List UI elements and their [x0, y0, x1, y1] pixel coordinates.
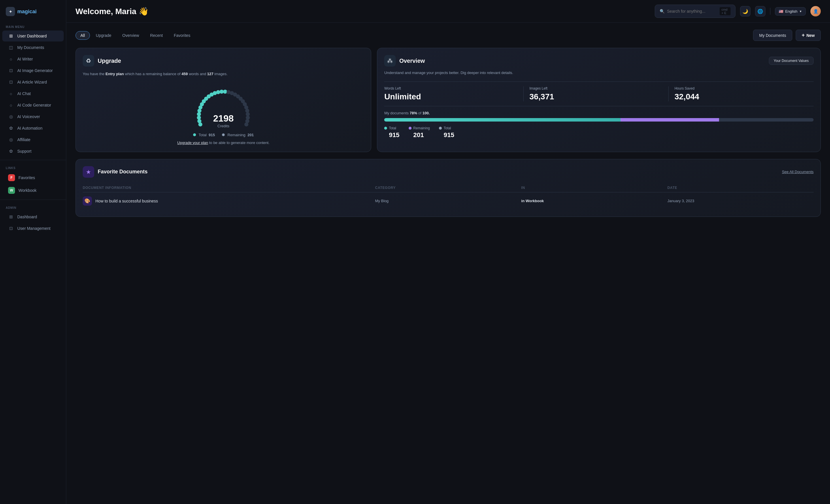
gauge-center: 2198 Credits [213, 113, 234, 128]
favorite-docs-icon: ★ [83, 166, 94, 178]
prog-legend-remaining: Remaining 201 [409, 126, 430, 139]
svg-point-12 [216, 90, 220, 94]
upgrade-title: Upgrade [98, 58, 121, 64]
admin-label: ADMIN [0, 203, 66, 211]
language-label: English [785, 9, 797, 13]
overview-header-left: ⁂ Overview [384, 55, 425, 67]
ai-image-icon: ⊡ [8, 68, 14, 73]
sidebar-item-label: User Management [17, 226, 51, 231]
upgrade-card: ♻ Upgrade You have the Entry plan which … [75, 48, 371, 152]
progress-legend: Total 915 Remaining 201 [384, 126, 813, 139]
header-right: 🔍 cmd + E 🌙 🌐 🇺🇸 English ▼ 👤 [655, 5, 821, 18]
sidebar-item-ai-voiceover[interactable]: ◎ AI Voiceover [2, 111, 64, 122]
col-in: In [521, 186, 667, 190]
sidebar-item-label: AI Article Wizard [17, 80, 47, 85]
col-category: Category [375, 186, 521, 190]
svg-point-14 [223, 90, 227, 94]
stat-words-left: Words Left Unlimited [384, 87, 524, 101]
sidebar-item-ai-writer[interactable]: ○ AI Writer [2, 54, 64, 65]
stat-hours-saved: Hours Saved 32,044 [669, 87, 813, 101]
header-divider [770, 8, 770, 15]
gauge-container: 2198 Credits [83, 81, 364, 128]
prog-legend-total2: Total 915 [439, 126, 454, 139]
upgrade-icon: ♻ [83, 55, 94, 67]
overview-card: ⁂ Overview Your Document Values Understa… [377, 48, 821, 152]
sidebar-item-workbook[interactable]: W Workbook [2, 184, 64, 196]
tab-favorites[interactable]: Favorites [169, 31, 195, 40]
filter-actions: My Documents + New [753, 30, 821, 41]
svg-point-2 [197, 115, 201, 120]
tab-upgrade[interactable]: Upgrade [91, 31, 117, 40]
support-icon: ✿ [8, 148, 14, 154]
sidebar-item-ai-chat[interactable]: ○ AI Chat [2, 88, 64, 99]
table-row[interactable]: 🎨 How to build a successful business My … [83, 192, 813, 210]
overview-icon: ⁂ [384, 55, 396, 67]
credits-number: 2198 [213, 113, 234, 124]
filter-bar: All Upgrade Overview Recent Favorites My… [75, 30, 821, 41]
overview-header: ⁂ Overview Your Document Values [384, 55, 813, 67]
search-input[interactable] [667, 9, 717, 13]
sidebar-item-ai-code-generator[interactable]: ○ AI Code Generator [2, 100, 64, 110]
doc-date: January 3, 2023 [667, 199, 813, 203]
tab-all[interactable]: All [75, 31, 90, 40]
logo[interactable]: ✦ magicai [0, 5, 66, 22]
favorites-badge: F [8, 174, 15, 181]
section-header-left: ★ Favorite Documents [83, 166, 148, 178]
doc-icon: 🎨 [83, 196, 92, 206]
prog-legend-total: Total 915 [384, 126, 400, 139]
overview-desc: Understand and manage your projects bett… [384, 70, 813, 76]
sidebar-item-ai-automation[interactable]: ✿ AI Automation [2, 123, 64, 134]
favorite-docs-section: ★ Favorite Documents See All Documents D… [75, 159, 821, 217]
doc-name: How to build a successful business [95, 199, 158, 203]
workbook-badge: W [8, 187, 15, 194]
sidebar-item-user-dashboard[interactable]: ⊞ User Dashboard [2, 31, 64, 41]
remaining-dot [222, 133, 225, 136]
stats-row: Words Left Unlimited Images Left 36,371 … [384, 81, 813, 106]
ai-voiceover-icon: ◎ [8, 114, 14, 120]
sidebar-item-label: AI Code Generator [17, 103, 51, 107]
tab-overview[interactable]: Overview [117, 31, 144, 40]
sidebar-item-support[interactable]: ✿ Support [2, 146, 64, 157]
sidebar-item-label: User Dashboard [17, 34, 47, 38]
sidebar-item-ai-article-wizard[interactable]: ⊡ AI Article Wizard [2, 77, 64, 88]
doc-info: 🎨 How to build a successful business [83, 196, 375, 206]
tab-recent[interactable]: Recent [145, 31, 168, 40]
sidebar-item-my-documents[interactable]: ◫ My Documents [2, 42, 64, 53]
sidebar: ✦ magicai MAIN MENU ⊞ User Dashboard ◫ M… [0, 0, 66, 504]
ai-code-icon: ○ [8, 102, 14, 108]
see-all-documents-link[interactable]: See All Documents [782, 170, 813, 174]
purple-dot [409, 127, 412, 130]
progress-bar-purple [620, 118, 719, 122]
dashboard-icon: ⊞ [8, 33, 14, 39]
main-content: Welcome, Maria 👋 🔍 cmd + E 🌙 🌐 🇺🇸 Englis… [66, 0, 830, 504]
sidebar-item-admin-dashboard[interactable]: ⊞ Dashboard [2, 211, 64, 222]
doc-values-button[interactable]: Your Document Values [769, 57, 813, 65]
logo-icon: ✦ [6, 7, 15, 16]
cards-row: ♻ Upgrade You have the Entry plan which … [75, 48, 821, 152]
upgrade-plan-link[interactable]: Upgrade your plan [177, 140, 208, 145]
sidebar-item-ai-image-generator[interactable]: ⊡ AI Image Generator [2, 65, 64, 76]
dark-mode-toggle[interactable]: 🌙 [740, 6, 751, 16]
page-title: Welcome, Maria 👋 [75, 7, 149, 16]
sidebar-item-affiliate[interactable]: ◎ Affiliate [2, 134, 64, 145]
filter-tabs: All Upgrade Overview Recent Favorites [75, 31, 195, 40]
sidebar-item-label: AI Writer [17, 57, 33, 61]
sidebar-item-label: Affiliate [17, 137, 31, 142]
overview-title: Overview [399, 58, 425, 64]
svg-point-24 [246, 112, 250, 116]
stat-images-left: Images Left 36,371 [524, 87, 669, 101]
new-button[interactable]: + New [796, 30, 821, 41]
my-documents-button[interactable]: My Documents [753, 30, 792, 41]
sidebar-item-favorites[interactable]: F Favorites [2, 172, 64, 184]
search-bar[interactable]: 🔍 cmd + E [655, 5, 735, 18]
globe-icon-btn[interactable]: 🌐 [755, 6, 765, 16]
upgrade-desc: You have the Entry plan which has a rema… [83, 71, 364, 77]
sidebar-item-user-management[interactable]: ⊡ User Management [2, 223, 64, 234]
section-header: ★ Favorite Documents See All Documents [83, 166, 813, 178]
sidebar-item-label: Workbook [19, 188, 37, 193]
search-icon: 🔍 [660, 9, 665, 13]
admin-dashboard-icon: ⊞ [8, 214, 14, 220]
svg-point-27 [245, 123, 248, 127]
language-selector[interactable]: 🇺🇸 English ▼ [775, 7, 806, 15]
avatar[interactable]: 👤 [810, 6, 821, 16]
